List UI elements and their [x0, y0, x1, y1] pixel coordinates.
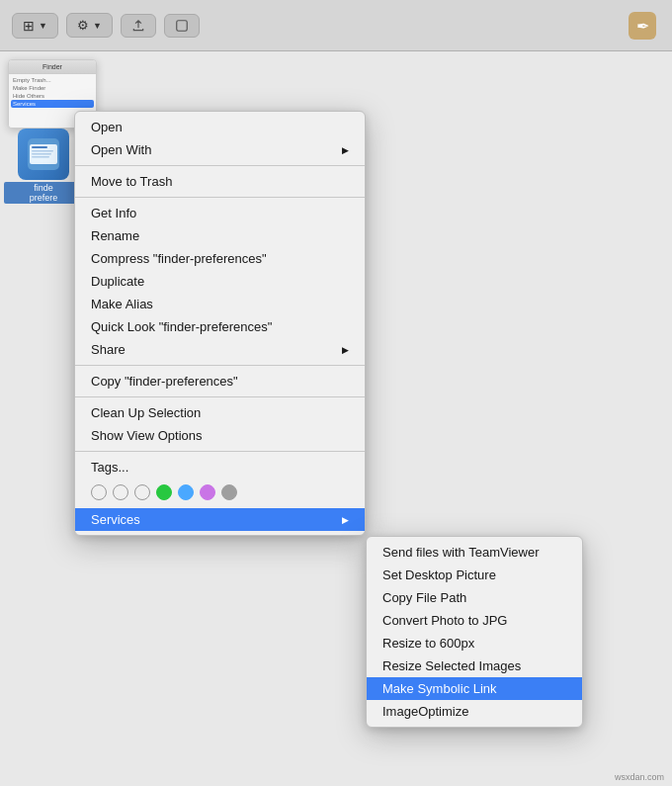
submenu-services: Send files with TeamViewer Set Desktop P…	[366, 536, 583, 728]
menu-item-label: Duplicate	[91, 274, 144, 289]
tag-circle-blue[interactable]	[178, 484, 194, 500]
submenu-item-copy-file-path[interactable]: Copy File Path	[367, 586, 582, 609]
desktop-file-icon[interactable]: finde prefere	[4, 129, 83, 204]
grid-icon: ⊞	[23, 18, 35, 34]
menu-item-label: Open	[91, 120, 123, 134]
watermark-text: wsxdan.com	[615, 772, 664, 782]
menu-item-label: Share	[91, 342, 126, 357]
menu-item-compress[interactable]: Compress "finder-preferences"	[75, 247, 365, 270]
submenu-item-label: Convert Photo to JPG	[382, 613, 507, 628]
share-icon	[131, 19, 145, 33]
menu-separator	[75, 365, 365, 366]
svg-rect-0	[177, 20, 188, 31]
file-label: finde prefere	[4, 182, 83, 204]
chevron-down-icon: ▼	[93, 21, 102, 31]
submenu-item-label: Copy File Path	[382, 590, 466, 605]
submenu-item-resize-selected[interactable]: Resize Selected Images	[367, 655, 582, 677]
file-label-line2: prefere	[30, 193, 58, 203]
finder-thumb-title: Finder	[9, 60, 96, 74]
share-button[interactable]	[121, 14, 156, 38]
menu-item-copy[interactable]: Copy "finder-preferences"	[75, 370, 365, 393]
tag-circle-green[interactable]	[156, 484, 172, 500]
submenu-item-label: Resize to 600px	[382, 636, 474, 651]
tag-circle-purple[interactable]	[200, 484, 215, 500]
menu-item-label: Tags...	[91, 460, 128, 475]
submenu-item-label: Send files with TeamViewer	[382, 545, 540, 560]
menu-item-open-with[interactable]: Open With	[75, 138, 365, 161]
menu-item-services[interactable]: Services	[75, 508, 365, 531]
toolbar: ⊞ ▼ ⚙ ▼ ✒	[0, 0, 672, 51]
desktop: Finder Empty Trash... Make Finder Hide O…	[0, 51, 672, 786]
submenu-item-resize-600[interactable]: Resize to 600px	[367, 632, 582, 655]
tag-circle-empty-2[interactable]	[113, 484, 128, 500]
menu-separator	[75, 451, 365, 452]
menu-item-make-alias[interactable]: Make Alias	[75, 293, 365, 315]
svg-text:✒: ✒	[636, 18, 649, 35]
script-icon: ✒	[625, 8, 660, 44]
finder-thumb-row: Hide Others	[11, 92, 94, 100]
svg-rect-7	[32, 153, 51, 155]
menu-item-label: Move to Trash	[91, 174, 172, 189]
file-label-line1: finde	[34, 183, 53, 193]
context-menu: Open Open With Move to Trash Get Info Re…	[74, 111, 366, 536]
menu-separator	[75, 197, 365, 198]
tag-icon	[175, 19, 189, 33]
menu-item-label: Compress "finder-preferences"	[91, 251, 267, 266]
menu-separator	[75, 165, 365, 166]
watermark: wsxdan.com	[615, 772, 664, 782]
menu-item-duplicate[interactable]: Duplicate	[75, 270, 365, 293]
menu-item-label: Show View Options	[91, 428, 203, 443]
finder-thumb-row: Make Finder	[11, 84, 94, 92]
submenu-item-set-desktop[interactable]: Set Desktop Picture	[367, 564, 582, 586]
gear-icon: ⚙	[77, 18, 89, 33]
menu-item-clean-up[interactable]: Clean Up Selection	[75, 401, 365, 424]
submenu-item-send-teamviewer[interactable]: Send files with TeamViewer	[367, 541, 582, 564]
submenu-item-label: Set Desktop Picture	[382, 568, 496, 582]
menu-item-show-view[interactable]: Show View Options	[75, 424, 365, 447]
svg-rect-6	[32, 150, 53, 152]
submenu-item-label: ImageOptimize	[382, 704, 468, 719]
submenu-item-label: Resize Selected Images	[382, 658, 521, 673]
menu-item-open[interactable]: Open	[75, 116, 365, 138]
menu-item-label: Quick Look "finder-preferences"	[91, 319, 272, 334]
menu-item-label: Open With	[91, 142, 151, 157]
gear-button[interactable]: ⚙ ▼	[66, 13, 113, 38]
menu-separator	[75, 396, 365, 397]
menu-item-label: Clean Up Selection	[91, 405, 201, 420]
menu-item-quick-look[interactable]: Quick Look "finder-preferences"	[75, 315, 365, 338]
menu-item-label: Get Info	[91, 206, 136, 220]
svg-rect-8	[32, 156, 49, 158]
tag-button[interactable]	[164, 14, 200, 38]
finder-thumb-row: Empty Trash...	[11, 76, 94, 84]
submenu-item-make-symbolic[interactable]: Make Symbolic Link	[367, 677, 582, 700]
tag-circle-empty-3[interactable]	[134, 484, 150, 500]
tag-circle-empty-1[interactable]	[91, 484, 107, 500]
finder-thumb-row-selected: Services	[11, 100, 94, 108]
menu-item-label: Copy "finder-preferences"	[91, 374, 238, 389]
tag-circle-gray[interactable]	[221, 484, 237, 500]
menu-item-tags[interactable]: Tags...	[75, 456, 365, 479]
submenu-item-label: Make Symbolic Link	[382, 681, 497, 696]
svg-rect-5	[32, 146, 47, 148]
view-toggle-button[interactable]: ⊞ ▼	[12, 13, 58, 39]
menu-item-rename[interactable]: Rename	[75, 224, 365, 247]
chevron-down-icon: ▼	[39, 21, 47, 31]
menu-item-label: Make Alias	[91, 297, 153, 311]
menu-item-move-to-trash[interactable]: Move to Trash	[75, 170, 365, 193]
file-icon-graphic	[18, 129, 69, 180]
menu-item-get-info[interactable]: Get Info	[75, 202, 365, 224]
submenu-item-convert-photo[interactable]: Convert Photo to JPG	[367, 609, 582, 632]
menu-item-share[interactable]: Share	[75, 338, 365, 361]
tags-color-row	[75, 479, 365, 508]
menu-item-label: Rename	[91, 228, 139, 243]
menu-item-label: Services	[91, 512, 140, 527]
submenu-item-imageoptimize[interactable]: ImageOptimize	[367, 700, 582, 723]
